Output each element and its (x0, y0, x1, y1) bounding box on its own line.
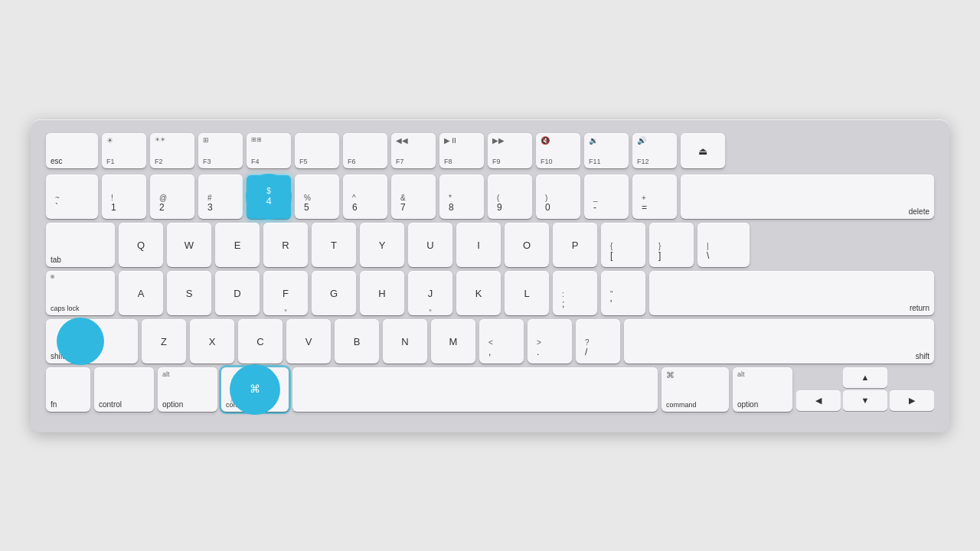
key-2[interactable]: @ 2 (150, 174, 194, 219)
arrow-up-icon: ▲ (861, 373, 870, 382)
key-rbracket[interactable]: } ] (649, 223, 694, 267)
key2-upper: @ (159, 194, 167, 202)
key-tab[interactable]: tab (46, 223, 115, 267)
key-fn[interactable]: fn (46, 367, 90, 412)
key-4[interactable]: $ 4 (247, 174, 291, 219)
backslash-lower: \ (707, 250, 709, 261)
arrow-key-group: ▲ ◀ ▼ ▶ (796, 367, 934, 412)
key-q[interactable]: Q (119, 223, 163, 267)
key-f7[interactable]: ◀◀ F7 (391, 133, 436, 168)
key-h[interactable]: H (360, 271, 404, 315)
tilde-upper: ~ (55, 194, 60, 202)
key-arrow-right[interactable]: ▶ (890, 390, 934, 411)
key-7[interactable]: & 7 (391, 174, 436, 219)
key-control[interactable]: control (94, 367, 154, 412)
key-caps-lock[interactable]: caps lock (46, 271, 115, 315)
key-v[interactable]: V (286, 319, 331, 364)
key-quote[interactable]: " ' (601, 271, 645, 315)
key-comma[interactable]: < , (479, 319, 524, 364)
key-f3[interactable]: ⊞ F3 (198, 133, 243, 168)
key-shift-right[interactable]: shift (624, 319, 934, 364)
key-j[interactable]: J (408, 271, 452, 315)
key-9[interactable]: ( 9 (488, 174, 532, 219)
key-f8[interactable]: ▶⏸ F8 (439, 133, 484, 168)
key-option-left[interactable]: alt option (158, 367, 217, 412)
key-y[interactable]: Y (360, 223, 404, 267)
key-arrow-down[interactable]: ▼ (843, 390, 887, 411)
key-backslash[interactable]: | \ (697, 223, 750, 267)
key-option-right[interactable]: alt option (733, 367, 792, 412)
key-f6[interactable]: F6 (343, 133, 387, 168)
key-arrow-left[interactable]: ◀ (796, 390, 841, 411)
key-u[interactable]: U (408, 223, 452, 267)
f10-icon: 🔇 (541, 136, 550, 145)
caps-lock-indicator (51, 275, 54, 279)
key-semicolon[interactable]: : ; (553, 271, 597, 315)
key-equals[interactable]: + = (632, 174, 677, 219)
key1-lower: 1 (111, 202, 116, 213)
key-k[interactable]: K (456, 271, 501, 315)
key-minus[interactable]: _ - (584, 174, 629, 219)
key-f4[interactable]: ⊞⊞ F4 (247, 133, 291, 168)
key-5[interactable]: % 5 (295, 174, 339, 219)
rbracket-upper: } (658, 242, 661, 250)
key-z[interactable]: Z (142, 319, 186, 364)
f1-label: F1 (106, 158, 115, 165)
key9-upper: ( (497, 194, 499, 202)
key-a[interactable]: A (119, 271, 163, 315)
key-b[interactable]: B (335, 319, 379, 364)
key-n[interactable]: N (383, 319, 427, 364)
key-1[interactable]: ! 1 (102, 174, 146, 219)
key-f[interactable]: F (263, 271, 308, 315)
key-f2[interactable]: ☀☀ F2 (150, 133, 194, 168)
f12-label: F12 (637, 158, 649, 165)
key-3[interactable]: # 3 (198, 174, 243, 219)
f4-icon: ⊞⊞ (251, 136, 262, 143)
key-command-right[interactable]: ⌘ command (662, 367, 729, 412)
key-tilde[interactable]: ~ ` (46, 174, 98, 219)
key-f12[interactable]: 🔊 F12 (632, 133, 677, 168)
fn-label: fn (51, 400, 57, 409)
key-f10[interactable]: 🔇 F10 (536, 133, 580, 168)
key-m[interactable]: M (431, 319, 475, 364)
f3-label: F3 (203, 158, 211, 165)
f11-icon: 🔉 (589, 136, 598, 145)
key-esc[interactable]: esc (46, 133, 98, 168)
key-4-circle (246, 174, 292, 220)
key-i[interactable]: I (456, 223, 501, 267)
key-f11[interactable]: 🔉 F11 (584, 133, 629, 168)
key-p[interactable]: P (553, 223, 597, 267)
key-delete[interactable]: delete (681, 174, 934, 219)
key-lbracket[interactable]: { [ (601, 223, 645, 267)
key-o[interactable]: O (505, 223, 549, 267)
e-label: E (234, 239, 241, 250)
key-8[interactable]: * 8 (439, 174, 484, 219)
key-f5[interactable]: F5 (295, 133, 339, 168)
command-right-icon: ⌘ (666, 370, 675, 380)
key-0[interactable]: ) 0 (536, 174, 580, 219)
key-return[interactable]: return (649, 271, 934, 315)
key-eject[interactable]: ⏏ (681, 133, 725, 168)
f7-label: F7 (396, 158, 404, 165)
key-arrow-up[interactable]: ▲ (843, 367, 887, 388)
key-space[interactable] (292, 367, 658, 412)
key-g[interactable]: G (312, 271, 356, 315)
f7-icon: ◀◀ (396, 136, 408, 145)
key-6[interactable]: ^ 6 (343, 174, 387, 219)
slash-upper: ? (585, 338, 590, 347)
key-d[interactable]: D (215, 271, 260, 315)
key-c[interactable]: C (238, 319, 283, 364)
key-shift-left[interactable]: shift (46, 319, 138, 364)
key-x[interactable]: X (190, 319, 234, 364)
key-r[interactable]: R (263, 223, 308, 267)
key-slash[interactable]: ? / (576, 319, 620, 364)
key-e[interactable]: E (215, 223, 260, 267)
key-period[interactable]: > . (528, 319, 572, 364)
key-command-left[interactable]: ⌘ alt command (221, 367, 289, 412)
key-s[interactable]: S (167, 271, 211, 315)
key-w[interactable]: W (167, 223, 211, 267)
key-l[interactable]: L (505, 271, 549, 315)
key-f1[interactable]: ☀ F1 (102, 133, 146, 168)
key-f9[interactable]: ▶▶ F9 (488, 133, 532, 168)
key-t[interactable]: T (312, 223, 356, 267)
